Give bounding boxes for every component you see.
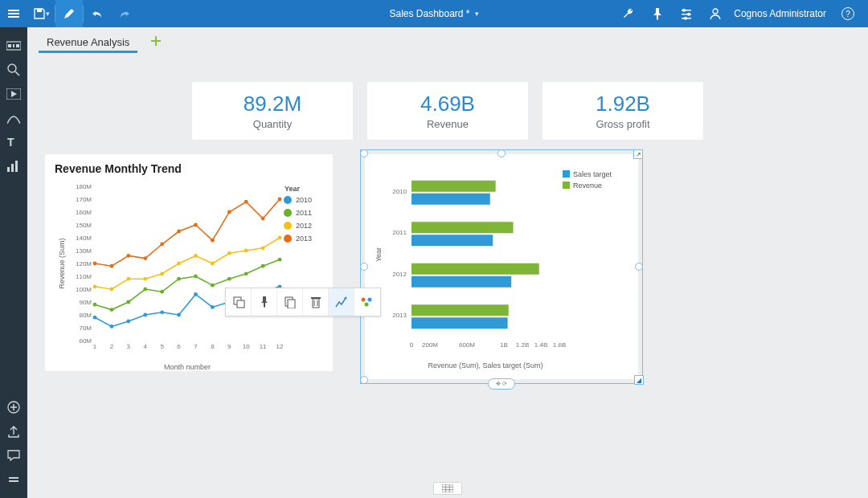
left-nav: T <box>0 27 27 498</box>
svg-text:180M: 180M <box>76 183 92 190</box>
svg-point-97 <box>160 243 164 247</box>
nav-chart-icon[interactable] <box>0 154 27 178</box>
resize-handle[interactable] <box>360 263 368 271</box>
nav-add-icon[interactable] <box>0 395 27 419</box>
nav-search-icon[interactable] <box>0 58 27 82</box>
svg-text:80M: 80M <box>79 312 92 319</box>
kpi-label: Quantity <box>253 118 292 130</box>
svg-point-75 <box>194 275 198 279</box>
svg-point-91 <box>261 246 265 250</box>
svg-point-90 <box>244 249 248 253</box>
kpi-gross-profit[interactable]: 1.92B Gross profit <box>542 82 703 140</box>
user-icon[interactable] <box>702 0 729 27</box>
nav-shape-icon[interactable] <box>0 106 27 130</box>
dashboard-title-dropdown[interactable]: Sales Dashboard * ▾ <box>389 8 478 19</box>
settings-sliders-icon[interactable] <box>673 0 700 27</box>
svg-text:2012: 2012 <box>296 222 312 230</box>
add-tab-button[interactable] <box>149 34 163 48</box>
svg-point-94 <box>110 264 114 268</box>
svg-point-69 <box>93 303 97 307</box>
redo-icon[interactable] <box>111 0 138 27</box>
undo-icon[interactable] <box>84 0 111 27</box>
properties-icon[interactable] <box>354 288 380 316</box>
svg-rect-123 <box>411 304 509 316</box>
svg-rect-121 <box>411 276 511 288</box>
kpi-revenue[interactable]: 4.69B Revenue <box>367 82 528 140</box>
duplicate-icon[interactable] <box>277 288 303 316</box>
resize-handle[interactable] <box>635 263 643 271</box>
chart-revenue-monthly-trend[interactable]: Revenue Monthly Trend 60M70M80M90M100M11… <box>45 154 333 371</box>
kpi-quantity[interactable]: 89.2M Quantity <box>192 82 353 140</box>
svg-text:2013: 2013 <box>296 235 312 243</box>
svg-text:8: 8 <box>211 343 215 350</box>
svg-point-101 <box>227 210 231 214</box>
svg-text:10: 10 <box>243 343 250 350</box>
kpi-value: 4.69B <box>420 92 475 116</box>
svg-text:1: 1 <box>93 343 97 350</box>
svg-line-16 <box>15 71 19 76</box>
svg-point-99 <box>194 223 198 227</box>
user-name: Cognos Administrator <box>734 8 826 19</box>
nav-media-icon[interactable] <box>0 82 27 106</box>
nav-data-icon[interactable] <box>0 34 27 58</box>
svg-rect-151 <box>442 484 453 492</box>
svg-point-72 <box>143 288 147 292</box>
nav-text-icon[interactable]: T <box>0 130 27 154</box>
nav-more-icon[interactable] <box>0 467 27 492</box>
tab-revenue-analysis[interactable]: Revenue Analysis <box>39 31 137 51</box>
svg-point-77 <box>227 277 231 281</box>
chart-revenue-vs-target[interactable]: ↗ ◢ ✥ ⟳ 20102011201220130200M600M1B1.2B1… <box>365 154 638 379</box>
svg-text:160M: 160M <box>76 209 92 216</box>
svg-point-95 <box>126 254 130 258</box>
svg-point-110 <box>284 222 292 230</box>
pin-icon[interactable] <box>644 0 671 27</box>
svg-point-88 <box>211 262 215 266</box>
menu-icon[interactable] <box>0 0 27 27</box>
svg-text:11: 11 <box>260 343 267 350</box>
nav-comment-icon[interactable] <box>0 443 27 467</box>
dashboard-title: Sales Dashboard * <box>389 8 469 19</box>
svg-text:90M: 90M <box>79 299 92 306</box>
move-handle[interactable]: ✥ ⟳ <box>488 378 515 390</box>
delete-icon[interactable] <box>303 288 329 316</box>
svg-text:1.6B: 1.6B <box>553 341 566 349</box>
svg-text:5: 5 <box>160 343 164 350</box>
svg-text:200M: 200M <box>422 341 438 349</box>
edit-pencil-icon[interactable] <box>55 0 83 27</box>
bar-chart-svg: 20102011201220130200M600M1B1.2B1.4B1.6BR… <box>371 161 632 373</box>
save-dropdown-icon[interactable]: ▾ <box>27 0 55 27</box>
help-icon[interactable]: ? <box>834 0 862 27</box>
resize-handle[interactable] <box>360 149 368 157</box>
bottom-drawer-handle[interactable] <box>433 482 462 495</box>
resize-handle[interactable] <box>360 376 368 384</box>
svg-point-89 <box>227 251 231 255</box>
svg-text:2012: 2012 <box>392 271 407 278</box>
svg-text:1.4B: 1.4B <box>534 341 547 349</box>
pin-tool-icon[interactable] <box>252 288 277 316</box>
svg-text:2: 2 <box>110 343 114 350</box>
svg-rect-135 <box>563 170 570 178</box>
svg-text:150M: 150M <box>76 222 92 229</box>
expand-icon[interactable]: ↗ <box>633 149 643 159</box>
dashboard-canvas[interactable]: Revenue Analysis 89.2M Quantity 4.69B Re… <box>27 27 868 498</box>
tab-strip: Revenue Analysis <box>27 27 868 51</box>
change-viz-icon[interactable] <box>329 288 354 316</box>
nav-share-icon[interactable] <box>0 419 27 443</box>
wrench-icon[interactable] <box>615 0 642 27</box>
svg-rect-143 <box>313 299 319 308</box>
svg-point-112 <box>284 235 292 243</box>
svg-point-83 <box>126 277 130 281</box>
resize-corner-icon[interactable]: ◢ <box>634 375 644 385</box>
svg-text:Year: Year <box>375 247 383 262</box>
svg-point-104 <box>278 198 282 202</box>
svg-point-59 <box>126 320 130 324</box>
select-tool-icon[interactable] <box>226 288 252 316</box>
svg-text:0: 0 <box>410 341 414 349</box>
svg-point-5 <box>682 9 686 12</box>
svg-text:Revenue: Revenue <box>573 182 602 190</box>
svg-point-61 <box>160 310 164 314</box>
svg-point-10 <box>713 9 718 14</box>
svg-rect-117 <box>411 222 514 233</box>
resize-handle[interactable] <box>497 149 506 157</box>
svg-point-102 <box>244 200 248 204</box>
